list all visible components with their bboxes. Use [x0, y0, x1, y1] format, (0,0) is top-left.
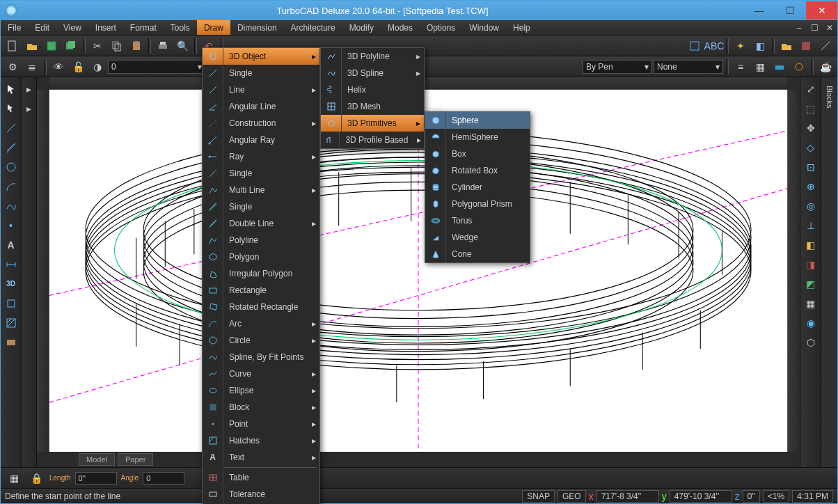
3d-tool[interactable]: 3D	[2, 275, 20, 293]
tool-a-button[interactable]	[686, 38, 704, 54]
draw-tolerance[interactable]: Tolerance	[203, 486, 319, 503]
draw-point[interactable]: Point▸	[203, 416, 319, 432]
render-a[interactable]: ◧	[802, 236, 820, 254]
aux-b[interactable]: ▸	[20, 100, 38, 118]
new-button[interactable]	[3, 38, 22, 54]
prim-cone[interactable]: Cone	[425, 246, 530, 262]
print-preview-button[interactable]: 🔍	[173, 38, 191, 54]
render-c[interactable]: ◩	[802, 275, 820, 293]
menu-tools[interactable]: Tools	[164, 20, 197, 35]
draw-construction[interactable]: Construction▸	[203, 115, 319, 132]
panel-tab-blocks[interactable]: Blocks	[824, 81, 835, 112]
text-tool[interactable]: A	[2, 236, 20, 254]
menu-draw[interactable]: Draw	[197, 20, 230, 35]
layer-combo[interactable]: 0▾	[108, 60, 205, 74]
draw-3d-object[interactable]: 3D Object▸	[203, 48, 319, 65]
length-field[interactable]: 0''	[75, 472, 117, 485]
color-icon[interactable]: ◑	[88, 58, 106, 75]
3dobj-3d-polyline[interactable]: 3D Polyline▸	[321, 48, 424, 65]
tab-model[interactable]: Model	[79, 453, 115, 466]
angle-field[interactable]: 0	[143, 472, 184, 485]
draw-block[interactable]: Block▸	[203, 399, 319, 416]
prim-polygonal-prism[interactable]: Polygonal Prism	[425, 196, 530, 212]
snap-d[interactable]: ◎	[802, 197, 820, 215]
draw-double-line[interactable]: Double Line▸	[203, 215, 319, 232]
menu-help[interactable]: Help	[506, 20, 537, 35]
tool-b-button[interactable]: ABC	[705, 38, 723, 54]
draw-ellipse[interactable]: Ellipse▸	[203, 382, 319, 399]
prim-cylinder[interactable]: Cylinder	[425, 179, 530, 196]
save-all-button[interactable]	[62, 38, 80, 54]
draw-irregular-polygon[interactable]: Irregular Polygon	[203, 265, 319, 282]
inspector-lock-button[interactable]: 🔒	[27, 470, 45, 487]
menu-architecture[interactable]: Architecture	[284, 20, 342, 35]
maximize-button[interactable]: ☐	[775, 1, 806, 19]
modify-tool[interactable]	[2, 294, 20, 313]
tool-d-button[interactable]: ◧	[751, 38, 769, 54]
tool-f-button[interactable]	[816, 38, 835, 54]
close-button[interactable]: ✕	[806, 1, 837, 19]
menu-insert[interactable]: Insert	[88, 20, 123, 35]
geo-toggle[interactable]: GEO	[558, 490, 586, 503]
lock-icon[interactable]: 🔓	[69, 58, 87, 75]
3dobj-helix[interactable]: Helix	[321, 81, 424, 98]
layers-button[interactable]: ≣	[23, 58, 41, 75]
menu-view[interactable]: View	[56, 20, 88, 35]
draw-line[interactable]: Line▸	[203, 81, 319, 98]
snap-toggle[interactable]: SNAP	[522, 490, 555, 503]
tool-c-button[interactable]: ✦	[732, 38, 750, 54]
render-f[interactable]: ⬡	[802, 333, 820, 352]
mdi-restore[interactable]: ☐	[807, 20, 822, 35]
3dobj-3d-primitives[interactable]: 3D Primitives▸	[321, 115, 424, 132]
extra-b-button[interactable]: ▦	[751, 58, 769, 75]
draw-single[interactable]: Single	[203, 65, 319, 81]
aux-a[interactable]: ▸	[20, 80, 38, 98]
draw-rotated-rectangle[interactable]: Rotated Rectangle	[203, 299, 319, 315]
vertical-ruler-left[interactable]	[37, 90, 49, 452]
render-d[interactable]: ▦	[802, 294, 820, 313]
circle-tool[interactable]	[2, 158, 20, 176]
vertical-ruler-right[interactable]	[787, 90, 800, 452]
print-button[interactable]	[154, 38, 172, 54]
draw-spline-by-fit-points[interactable]: Spline, By Fit Points	[203, 349, 319, 365]
menu-edit[interactable]: Edit	[28, 20, 56, 35]
curve-tool[interactable]	[2, 197, 20, 215]
prim-rotated-box[interactable]: Rotated Box	[425, 162, 530, 179]
prim-wedge[interactable]: Wedge	[425, 229, 530, 246]
draw-angular-ray[interactable]: Angular Ray	[203, 132, 319, 148]
open-button[interactable]	[23, 38, 41, 54]
pan-button[interactable]: ✥	[802, 119, 820, 137]
point-tool[interactable]: •	[2, 216, 20, 235]
mdi-minimize[interactable]: –	[791, 20, 807, 35]
menu-dimension[interactable]: Dimension	[230, 20, 284, 35]
draw-circle[interactable]: Circle▸	[203, 332, 319, 349]
select-tool[interactable]	[2, 80, 20, 98]
snap-c[interactable]: ⊕	[802, 178, 820, 196]
zoom-in-button[interactable]: ⤢	[802, 80, 820, 98]
menu-modify[interactable]: Modify	[342, 20, 381, 35]
draw-ray[interactable]: Ray▸	[203, 148, 319, 165]
draw-table[interactable]: Table	[203, 469, 319, 486]
prim-box[interactable]: Box	[425, 145, 530, 162]
copy-button[interactable]	[108, 38, 126, 54]
paste-button[interactable]	[127, 38, 145, 54]
open-folder-button[interactable]	[777, 38, 796, 54]
menu-modes[interactable]: Modes	[381, 20, 420, 35]
dblline-tool[interactable]	[2, 139, 20, 157]
mdi-close[interactable]: ✕	[822, 20, 837, 35]
settings-button[interactable]: ⚙	[3, 58, 22, 75]
hatch-tool[interactable]	[2, 314, 20, 332]
cut-button[interactable]: ✂	[88, 38, 106, 54]
render-e[interactable]: ◉	[802, 314, 820, 332]
draw-single[interactable]: Single	[203, 198, 319, 215]
prim-hemisphere[interactable]: HemiSphere	[425, 129, 530, 145]
snap-e[interactable]: ⊥	[802, 216, 820, 235]
extra-c-button[interactable]	[770, 58, 789, 75]
extra-a-button[interactable]: ≡	[732, 58, 750, 75]
draw-multi-line[interactable]: Multi Line▸	[203, 182, 319, 198]
line-tool[interactable]	[2, 119, 20, 137]
select-alt-tool[interactable]	[2, 100, 20, 118]
render-b[interactable]: ◨	[802, 255, 820, 274]
coffee-button[interactable]: ☕	[816, 58, 835, 75]
draw-angular-line[interactable]: Angular Line	[203, 98, 319, 115]
